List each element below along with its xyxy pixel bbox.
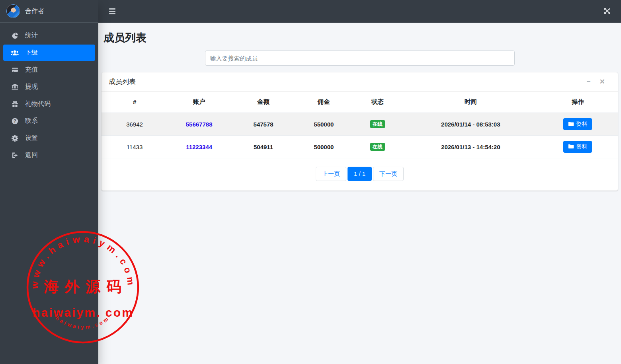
sidebar-toggle-button[interactable] [107, 7, 117, 16]
sidebar-item-label: 统计 [25, 31, 38, 40]
close-icon: ✕ [600, 78, 605, 86]
sidebar-item-contact[interactable]: ? 联系 [3, 113, 95, 129]
sidebar-item-label: 礼物代码 [25, 100, 51, 108]
pie-chart-icon [11, 33, 19, 39]
sidebar-item-label: 充值 [25, 66, 38, 74]
sidebar-item-recharge[interactable]: 充值 [3, 62, 95, 78]
member-list-card: 成员列表 − ✕ # 账户 金额 佣金 状态 [102, 72, 618, 191]
logout-icon [11, 152, 19, 159]
commission-value: 500000 [296, 136, 352, 158]
account-link[interactable]: 11223344 [186, 144, 212, 150]
column-header-amount: 金额 [230, 91, 296, 113]
users-icon [11, 50, 19, 56]
minimize-button[interactable]: − [587, 78, 591, 85]
column-header-action: 操作 [538, 91, 618, 113]
sidebar-item-giftcode[interactable]: 礼物代码 [3, 96, 95, 112]
prev-page-button[interactable]: 上一页 [316, 167, 346, 181]
user-panel: 合作者 [0, 0, 98, 23]
column-header-status: 状态 [352, 91, 404, 113]
members-table: # 账户 金额 佣金 状态 时间 操作 36942 55667788 54757… [102, 91, 618, 158]
time-value: 2026/01/13 - 14:54:20 [404, 136, 538, 158]
card-header: 成员列表 − ✕ [102, 72, 618, 91]
time-value: 2026/01/14 - 08:53:03 [404, 113, 538, 136]
status-badge: 在线 [370, 143, 385, 151]
avatar[interactable] [6, 4, 20, 18]
page-title: 成员列表 [102, 30, 618, 51]
brand-name: 合作者 [25, 7, 44, 16]
profile-button[interactable]: 资料 [563, 118, 592, 130]
status-badge: 在线 [370, 120, 385, 128]
top-navbar [98, 0, 621, 23]
table-row: 11433 11223344 504911 500000 在线 2026/01/… [102, 136, 618, 158]
sidebar-item-subordinates[interactable]: 下级 [3, 45, 95, 61]
content-area: 成员列表 成员列表 − ✕ # 账户 [98, 23, 621, 191]
sidebar-item-stats[interactable]: 统计 [3, 27, 95, 44]
member-id: 11433 [102, 136, 168, 158]
sidebar-item-label: 返回 [25, 151, 38, 160]
question-icon: ? [11, 118, 19, 125]
gift-icon [11, 101, 19, 107]
table-header-row: # 账户 金额 佣金 状态 时间 操作 [102, 91, 618, 113]
gear-icon [11, 135, 19, 142]
minus-icon: − [587, 78, 591, 86]
amount-value: 547578 [230, 113, 296, 136]
fullscreen-button[interactable] [603, 7, 611, 16]
close-button[interactable]: ✕ [600, 78, 605, 85]
amount-value: 504911 [230, 136, 296, 158]
card-title: 成员列表 [109, 77, 136, 86]
card-tools: − ✕ [587, 78, 611, 85]
folder-icon [568, 144, 574, 150]
sidebar-item-label: 下级 [25, 49, 38, 57]
sidebar-item-back[interactable]: 返回 [3, 147, 95, 164]
member-search-input[interactable] [205, 51, 515, 66]
expand-icon [604, 10, 611, 16]
menu-icon [109, 8, 115, 10]
bank-icon [11, 84, 19, 90]
main-area: 成员列表 成员列表 − ✕ # 账户 [98, 0, 621, 364]
sidebar: 合作者 统计 下级 充值 提现 [0, 0, 98, 364]
column-header-commission: 佣金 [296, 91, 352, 113]
folder-icon [568, 121, 574, 127]
column-header-id: # [102, 91, 168, 113]
sidebar-item-label: 设置 [25, 134, 38, 142]
account-link[interactable]: 55667788 [186, 121, 213, 128]
svg-text:?: ? [14, 119, 16, 123]
profile-button[interactable]: 资料 [563, 141, 592, 153]
search-row [102, 51, 618, 66]
member-id: 36942 [102, 113, 168, 136]
current-page-indicator: 1 / 1 [348, 167, 372, 181]
commission-value: 550000 [296, 113, 352, 136]
sidebar-nav: 统计 下级 充值 提现 礼物代码 ? [0, 23, 98, 164]
sidebar-item-label: 提现 [25, 83, 38, 91]
credit-card-icon [11, 67, 19, 73]
sidebar-item-label: 联系 [25, 117, 38, 125]
column-header-account: 账户 [168, 91, 230, 113]
table-row: 36942 55667788 547578 550000 在线 2026/01/… [102, 113, 618, 136]
pagination: 上一页 1 / 1 下一页 [102, 158, 618, 191]
next-page-button[interactable]: 下一页 [373, 167, 404, 181]
column-header-time: 时间 [404, 91, 538, 113]
sidebar-item-settings[interactable]: 设置 [3, 130, 95, 146]
sidebar-item-withdraw[interactable]: 提现 [3, 79, 95, 95]
